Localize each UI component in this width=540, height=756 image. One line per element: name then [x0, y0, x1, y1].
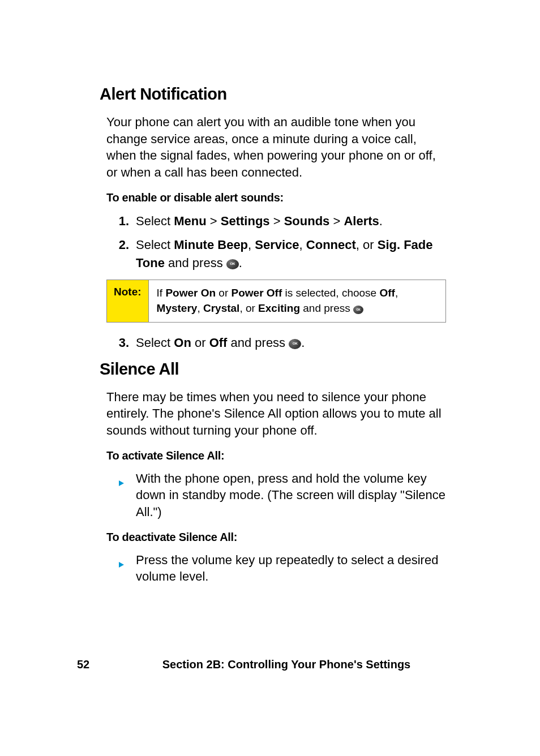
page-number: 52: [77, 658, 111, 671]
bullet-text: With the phone open, press and hold the …: [136, 470, 446, 521]
text: ,: [299, 238, 306, 252]
text: Select: [136, 214, 174, 228]
menu-path-item: Sounds: [284, 214, 330, 228]
intro-paragraph: There may be times when you need to sile…: [106, 389, 446, 439]
bullet-list: Press the volume key up repeatedly to se…: [106, 552, 446, 585]
list-item: Press the volume key up repeatedly to se…: [106, 552, 446, 585]
text: or: [191, 336, 209, 350]
menu-path-item: Settings: [221, 214, 270, 228]
step-number: 3.: [106, 334, 136, 352]
text: and press: [227, 336, 289, 350]
footer-section-title: Section 2B: Controlling Your Phone's Set…: [111, 658, 462, 671]
text: and press: [300, 302, 353, 314]
task-label-enable-alerts: To enable or disable alert sounds:: [106, 191, 446, 204]
task-label-activate-silence: To activate Silence All:: [106, 449, 446, 462]
note-label: Note:: [107, 280, 149, 321]
bullet-list: With the phone open, press and hold the …: [106, 470, 446, 521]
text: ,: [197, 302, 203, 314]
text: .: [239, 256, 242, 270]
step-3: 3. Select On or Off and press .: [106, 334, 446, 352]
text: is selected, choose: [282, 287, 379, 299]
text: .: [301, 336, 305, 350]
heading-silence-all: Silence All: [100, 360, 446, 379]
option-name: Power On: [165, 287, 216, 299]
option-name: Exciting: [258, 302, 300, 314]
text: If: [157, 287, 166, 299]
triangle-bullet-icon: [106, 470, 136, 491]
step-body: Select On or Off and press .: [136, 334, 446, 352]
text: Select: [136, 238, 174, 252]
heading-alert-notification: Alert Notification: [100, 85, 446, 104]
text: >: [329, 214, 344, 228]
list-item: With the phone open, press and hold the …: [106, 470, 446, 521]
option-name: On: [174, 336, 191, 350]
text: or: [216, 287, 231, 299]
text: and press: [165, 256, 226, 270]
step-2: 2. Select Minute Beep, Service, Connect,…: [106, 236, 446, 272]
step-1: 1. Select Menu > Settings > Sounds > Ale…: [106, 212, 446, 230]
step-number: 2.: [106, 236, 136, 254]
text: >: [207, 214, 221, 228]
task-label-deactivate-silence: To deactivate Silence All:: [106, 531, 446, 544]
note-box: Note: If Power On or Power Off is select…: [106, 280, 446, 322]
text: .: [379, 214, 383, 228]
ok-button-icon: [353, 306, 363, 314]
menu-path-item: Alerts: [344, 214, 379, 228]
option-name: Service: [255, 238, 299, 252]
text: Select: [136, 336, 174, 350]
ok-button-icon: [289, 339, 301, 349]
text: >: [270, 214, 284, 228]
step-number: 1.: [106, 212, 136, 230]
bullet-text: Press the volume key up repeatedly to se…: [136, 552, 446, 585]
text: , or: [356, 238, 378, 252]
text: , or: [239, 302, 258, 314]
ordered-steps: 1. Select Menu > Settings > Sounds > Ale…: [106, 212, 446, 272]
option-name: Connect: [306, 238, 356, 252]
text: ,: [395, 287, 398, 299]
ok-button-icon: [226, 259, 239, 269]
step-body: Select Menu > Settings > Sounds > Alerts…: [136, 212, 446, 230]
note-body: If Power On or Power Off is selected, ch…: [149, 280, 445, 321]
intro-paragraph: Your phone can alert you with an audible…: [106, 114, 446, 181]
page-footer: 52 Section 2B: Controlling Your Phone's …: [77, 658, 462, 671]
option-name: Off: [379, 287, 395, 299]
option-name: Off: [209, 336, 228, 350]
ordered-steps-continued: 3. Select On or Off and press .: [106, 334, 446, 352]
menu-path-item: Menu: [174, 214, 206, 228]
option-name: Crystal: [203, 302, 239, 314]
triangle-bullet-icon: [106, 552, 136, 572]
step-body: Select Minute Beep, Service, Connect, or…: [136, 236, 446, 272]
option-name: Mystery: [157, 302, 198, 314]
option-name: Power Off: [232, 287, 282, 299]
option-name: Minute Beep: [174, 238, 248, 252]
text: ,: [248, 238, 255, 252]
